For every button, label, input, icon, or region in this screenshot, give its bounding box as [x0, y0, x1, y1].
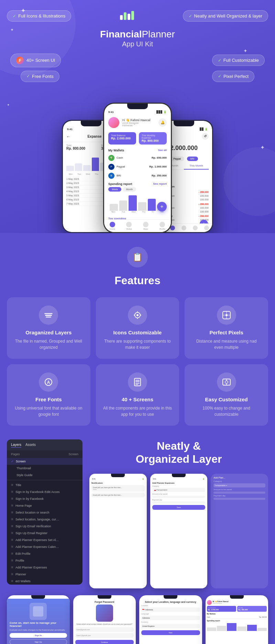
mini-phone-location: Select your Location, language and curre… [139, 595, 202, 644]
back-arrow[interactable]: ← [66, 134, 70, 139]
rp-nav-3[interactable] [182, 226, 186, 230]
phone-center-screen: 9:41 ▊▊▊ 🔋 Hi 👋 Fahmi Haecal UI/UX Desig… [104, 104, 171, 232]
email-field[interactable]: fuser@gmail.com [75, 627, 134, 632]
layer-item-planner-alarm[interactable]: ⊞ Add Planner Expenses Set Alarm [7, 537, 82, 543]
this-month-tab[interactable]: This Month [184, 162, 209, 170]
layers-tab[interactable]: Layers [11, 442, 21, 448]
forgot-content: Forgot Password Select which email conta… [73, 599, 136, 644]
tab-week[interactable]: Week [108, 187, 121, 192]
language-field[interactable]: Indonesia [141, 616, 200, 620]
onboard-text: Evaluate and make changes to the financi… [10, 629, 67, 631]
onboard-title: Come on, start now to manage your financ… [10, 621, 67, 628]
see-report-link[interactable]: See report [153, 182, 167, 186]
nav-home[interactable]: Home [110, 222, 115, 230]
badge-icons-label: Full Icons & Illustrations [18, 13, 65, 19]
logo-bar-4 [131, 11, 134, 20]
check-icon-4: ✓ [218, 58, 221, 63]
layer-item-profile[interactable]: ⊞ Profile [7, 557, 82, 564]
hero-subtitle: App UI Kit [7, 40, 268, 48]
layer-item-signin-fb[interactable]: ⊞ Sign In by Facebook Editi Acces [7, 488, 82, 495]
layer-item-add-planner[interactable]: ⊞ Add Planner Expenses [7, 564, 82, 571]
mini-phones-grid: 9:41🔋 Notification Good job! you have go… [89, 474, 268, 588]
badge-organized-label: Neatly and Well Organized & layer [194, 13, 262, 19]
feature-icons-customizable: Icons Customizable There are supporting … [96, 297, 179, 359]
rp-nav-5[interactable] [204, 226, 209, 230]
status-center: 9:41 ▊▊▊ 🔋 [104, 109, 171, 114]
refresh-icon[interactable]: ↺ [202, 133, 209, 140]
features-grid: Oraganized Layers The file in named, Gro… [7, 297, 268, 426]
figma-badge: F 40+ Screen UI [10, 54, 61, 67]
rp-nav-4[interactable] [193, 226, 198, 230]
layer-item-wallets[interactable]: ⊞ ect Wallets [7, 578, 82, 585]
nav-stats[interactable]: Stats [143, 222, 148, 230]
notch-center [127, 104, 148, 109]
cash-icon: 💵 [108, 155, 114, 161]
layer-item-styleguide[interactable]: Style Guide [7, 472, 82, 479]
phones-container: 9:41 ▊▊ 📶 ← Expanse Total Rp. 800.000 Da… [7, 89, 268, 233]
layer-item-edit-profile[interactable]: ⊞ Edit Profile [7, 550, 82, 557]
bri-tab[interactable]: BRI [187, 157, 198, 161]
nav-profile[interactable]: Profile [160, 222, 165, 230]
wallet-bri: B BRI Rp. 350.000 [104, 171, 171, 180]
feature-organized-layers: Oraganized Layers The file in named, Gro… [7, 297, 90, 359]
mini-chart [207, 622, 267, 631]
hero-section: ✦ ✦ ✦ ✦ ✦ ✓ Full Icons & Illustrations ✓… [0, 0, 275, 233]
signup-btn[interactable]: Sign Up [10, 639, 67, 644]
layer-item-planner-cal[interactable]: ⊞ Add Planner Expenses Calender [7, 543, 82, 550]
feature-easy-customized: Easy Customized 100% easy to change and … [185, 364, 268, 426]
nav-wallet[interactable]: Wallet [126, 222, 132, 230]
mini-phone-add-planner: 9:41🔋 Add Planner Expenses Category 🚗 Tr… [150, 474, 208, 588]
check-icon-3: ✓ [26, 74, 30, 79]
location-field[interactable]: 🇮🇩Indonesia [141, 608, 200, 612]
fab-button[interactable]: + [157, 202, 167, 211]
mini-phone-dashboard: Hi 👋 Fahmi Haecal UI/UX Designer Total B… [206, 595, 268, 644]
mini-notch [230, 595, 244, 599]
layer-item-email-reg[interactable]: ⊞ Sign Up Email Register [7, 530, 82, 537]
badge-pixel-label: Pixel Perfect [223, 74, 249, 79]
badge-organized: ✓ Neatly and Well Organized & layer [183, 10, 268, 22]
layer-item-home[interactable]: ⊞ Home Page [7, 502, 82, 509]
location-content: Select your Location, language and curre… [139, 599, 202, 637]
mini-status: 9:41🔋 [89, 477, 147, 481]
feature-desc-2: There are supporting components to make … [103, 338, 173, 350]
svg-point-12 [226, 314, 228, 316]
location-label: Location [141, 605, 200, 607]
layer-item-select-loc[interactable]: ⊞ Select location or search [7, 509, 82, 516]
logo-bar-1 [120, 15, 123, 20]
wallet-cash: 💵 Cash Rp. 650.000 [104, 153, 171, 162]
assets-tab[interactable]: Assets [25, 442, 36, 448]
panel-header: Layers Assets [7, 439, 82, 450]
see-all-link[interactable]: See all [158, 149, 167, 152]
tab-month[interactable]: Month [123, 187, 136, 192]
pages-label: Pages [11, 452, 20, 456]
mini-phone-onboarding: Come on, start now to manage your financ… [7, 595, 70, 644]
next-btn-loc[interactable]: Next [141, 630, 200, 635]
save-btn[interactable]: Save [152, 505, 206, 510]
screens-icon [128, 372, 147, 392]
layer-item-planner[interactable]: ⊞ Planner [7, 571, 82, 578]
features-icon: 📋 [127, 247, 148, 267]
mini-stats: Total Balance Rp. 2.000.000 Monthly Rp. … [207, 606, 267, 612]
layer-item-signin-fb2[interactable]: ⊞ Sign In by Facebook [7, 495, 82, 502]
badge-pixel: ✓ Pixel Perfect [212, 71, 254, 82]
figma-screens-label: 40+ Screen UI [26, 58, 55, 63]
paypal-tab[interactable]: Paypal [170, 157, 184, 161]
continue-btn[interactable]: Continue [75, 640, 134, 644]
layer-item-title[interactable]: ⊞ Title [7, 482, 82, 488]
amount-field [152, 496, 206, 498]
layer-item-select-lang[interactable]: ⊞ Select location, language, curency [7, 516, 82, 523]
mini-greeting: Hi 👋 Fahmi Haecal UI/UX Designer [207, 600, 267, 605]
user-info: Hi 👋 Fahmi Haecal UI/UX Designer Indones… [122, 118, 158, 127]
layer-item-email-verify[interactable]: ⊞ Sign Up Email Verification [7, 523, 82, 530]
signin-btn[interactable]: Sign In [10, 633, 67, 638]
currency-field[interactable]: United Kingdom [141, 624, 200, 628]
notification-bell[interactable]: 🔔 [158, 118, 167, 127]
email-field2[interactable]: fuser1@gmail.com [75, 633, 134, 638]
monthly-expense: This Monthly Expense Rp. 800.000 [139, 132, 167, 145]
check-mark: ✓ [11, 460, 14, 463]
layer-item-thumbnail[interactable]: Thumbnail [7, 465, 82, 472]
layer-item-screen[interactable]: ✓ Screen [7, 458, 82, 465]
logo-bars [120, 11, 134, 20]
svg-rect-16 [135, 380, 140, 382]
mini-status: 9:41🔋 [150, 477, 208, 481]
